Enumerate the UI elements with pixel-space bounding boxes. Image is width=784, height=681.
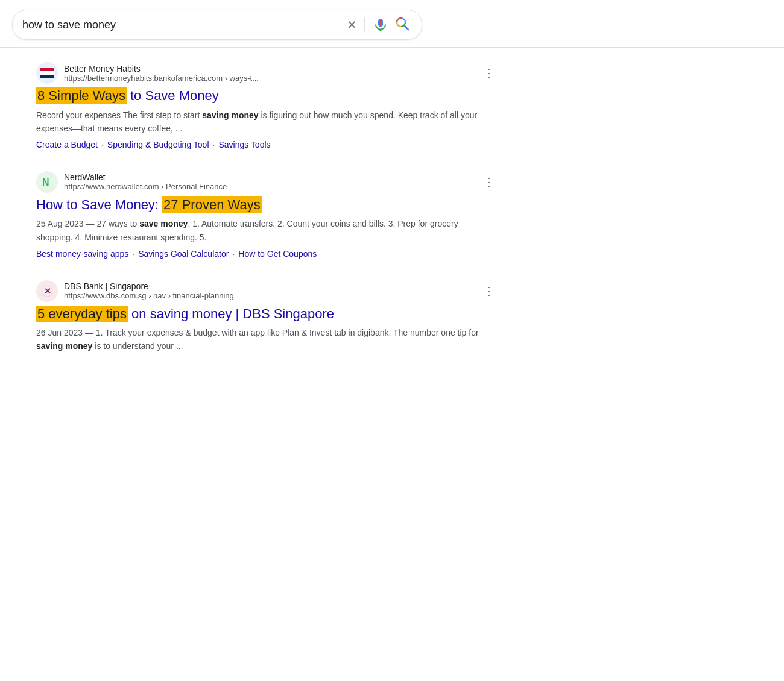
- lens-search-icon[interactable]: [395, 16, 412, 33]
- result-title-rest: on saving money | DBS Singapore: [128, 306, 334, 321]
- result-title-highlight: 27 Proven Ways: [162, 196, 262, 213]
- svg-rect-6: [40, 68, 54, 71]
- search-divider: [364, 17, 365, 32]
- boa-favicon-icon: [40, 68, 54, 78]
- svg-line-5: [405, 26, 409, 30]
- search-bar-container: how to save money ✕: [0, 0, 784, 48]
- clear-icon[interactable]: ✕: [347, 17, 357, 32]
- more-options-icon[interactable]: ⋮: [484, 284, 495, 298]
- result-source: Better Money Habits https://bettermoneyh…: [36, 62, 495, 84]
- result-item: N NerdWallet https://www.nerdwallet.com …: [36, 171, 495, 259]
- result-source-info: Better Money Habits https://bettermoneyh…: [64, 64, 484, 83]
- result-title-rest: to Save Money: [127, 88, 219, 103]
- svg-text:N: N: [42, 177, 49, 187]
- sitelink-how-to-get-coupons[interactable]: How to Get Coupons: [238, 249, 317, 259]
- dbs-favicon-icon: ✕: [40, 284, 54, 298]
- results-container: Better Money Habits https://bettermoneyh…: [0, 48, 784, 389]
- result-title-link[interactable]: 8 Simple Ways to Save Money: [36, 87, 495, 105]
- result-title-highlight: 5 everyday tips: [36, 306, 128, 322]
- result-source-info: DBS Bank | Singapore https://www.dbs.com…: [64, 281, 484, 300]
- result-snippet: 26 Jun 2023 — 1. Track your expenses & b…: [36, 326, 495, 353]
- result-favicon: N: [36, 171, 58, 193]
- result-title-link[interactable]: 5 everyday tips on saving money | DBS Si…: [36, 306, 495, 323]
- result-url: https://www.dbs.com.sg › nav › financial…: [64, 291, 484, 300]
- svg-rect-0: [380, 20, 382, 25]
- result-snippet: Record your expenses The first step to s…: [36, 108, 495, 135]
- more-options-icon[interactable]: ⋮: [484, 175, 495, 189]
- result-title-highlight: 8 Simple Ways: [36, 87, 127, 104]
- sitelink-separator: ·: [232, 249, 235, 259]
- result-site-name: Better Money Habits: [64, 64, 484, 74]
- result-site-name: DBS Bank | Singapore: [64, 281, 484, 291]
- sitelink-separator: ·: [132, 249, 134, 259]
- sitelink[interactable]: Spending & Budgeting Tool: [107, 140, 209, 149]
- svg-rect-8: [40, 75, 54, 78]
- sitelink[interactable]: Best money-saving apps: [36, 249, 128, 259]
- result-source: ✕ DBS Bank | Singapore https://www.dbs.c…: [36, 280, 495, 302]
- result-favicon: [36, 62, 58, 84]
- search-bar[interactable]: how to save money ✕: [12, 10, 422, 40]
- voice-search-icon[interactable]: [372, 16, 389, 33]
- svg-text:✕: ✕: [44, 286, 51, 296]
- result-source-info: NerdWallet https://www.nerdwallet.com › …: [64, 172, 484, 191]
- nw-favicon-icon: N: [40, 175, 54, 189]
- result-sitelinks: Create a Budget · Spending & Budgeting T…: [36, 140, 495, 149]
- sitelink[interactable]: Savings Tools: [218, 140, 270, 149]
- sitelink-separator: ·: [213, 140, 215, 149]
- result-url: https://bettermoneyhabits.bankofamerica.…: [64, 74, 484, 83]
- sitelink-savings-goal-calculator[interactable]: Savings Goal Calculator: [138, 249, 229, 259]
- more-options-icon[interactable]: ⋮: [484, 66, 495, 80]
- result-site-name: NerdWallet: [64, 172, 484, 182]
- search-input[interactable]: how to save money: [22, 19, 347, 31]
- result-item: Better Money Habits https://bettermoneyh…: [36, 62, 495, 149]
- svg-rect-7: [40, 71, 54, 75]
- result-sitelinks: Best money-saving apps · Savings Goal Ca…: [36, 249, 495, 259]
- result-item: ✕ DBS Bank | Singapore https://www.dbs.c…: [36, 280, 495, 353]
- sitelink-separator: ·: [101, 140, 104, 149]
- result-title-link[interactable]: How to Save Money: 27 Proven Ways: [36, 196, 495, 214]
- result-source: N NerdWallet https://www.nerdwallet.com …: [36, 171, 495, 193]
- result-url: https://www.nerdwallet.com › Personal Fi…: [64, 182, 484, 191]
- result-title-prefix: How to Save Money:: [36, 197, 162, 212]
- result-favicon: ✕: [36, 280, 58, 302]
- result-snippet: 25 Aug 2023 — 27 ways to save money. 1. …: [36, 217, 495, 243]
- sitelink[interactable]: Create a Budget: [36, 140, 98, 149]
